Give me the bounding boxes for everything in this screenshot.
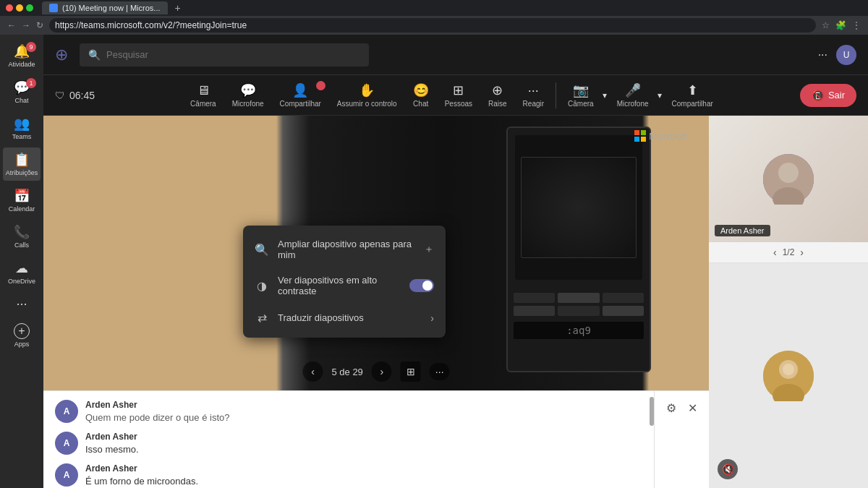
- people-icon: 👤: [292, 82, 308, 98]
- apps-ctrl-icon: ⊕: [492, 82, 503, 98]
- sidebar-item-activity[interactable]: 🔔 9 Atividade: [3, 39, 41, 72]
- more-ctrl-label: Reagir: [523, 100, 544, 108]
- page-prev-button[interactable]: ‹: [773, 247, 777, 258]
- chat-text-1: Quem me pode dizer o que é isto?: [85, 411, 638, 424]
- participant-avatar-1: [763, 154, 814, 205]
- people-button[interactable]: 👤 Compartilhar: [273, 80, 328, 111]
- react-icon: 😊: [413, 82, 429, 98]
- share-button[interactable]: ⬆ Compartilhar: [665, 80, 720, 111]
- ms-yellow: [641, 137, 646, 142]
- extensions-icon[interactable]: 🧩: [835, 20, 846, 30]
- new-tab-button[interactable]: +: [175, 2, 181, 14]
- page-next-button[interactable]: ›: [800, 247, 804, 258]
- camera-button[interactable]: 📷 Câmera: [561, 80, 601, 111]
- react-label: Chat: [413, 100, 428, 108]
- nav-more-button[interactable]: ···: [430, 363, 450, 380]
- participant-video-1: [709, 116, 868, 242]
- context-item-contrast[interactable]: ◑ Ver diapositivos em alto contraste: [243, 267, 446, 304]
- zoom-icon: 🔍: [255, 243, 269, 257]
- raise-button[interactable]: ✋ Assumir o controlo: [330, 80, 404, 111]
- tab-title: (10) Meeting now | Micros...: [62, 4, 161, 12]
- maximize-dot[interactable]: [26, 4, 33, 12]
- refresh-icon[interactable]: ↻: [36, 20, 43, 30]
- tab-favicon: [49, 4, 58, 12]
- more-button[interactable]: ··· Reagir: [516, 80, 551, 111]
- nav-grid-button[interactable]: ⊞: [401, 361, 421, 382]
- contrast-toggle[interactable]: [409, 279, 434, 292]
- top-bar: ⊕ 🔍 ··· U: [43, 35, 868, 75]
- raise-label: Assumir o controlo: [337, 100, 397, 108]
- more-icon: ···: [16, 296, 27, 312]
- chat-avatar-3: A: [55, 463, 78, 487]
- main-content: ⊕ 🔍 ··· U 🛡 06:45 🖥 Câmera 💬: [43, 35, 868, 488]
- microwave-buttons: [508, 287, 650, 322]
- participant-avatar-2: [763, 351, 814, 401]
- participant-pagination: ‹ 1/2 ›: [709, 242, 868, 263]
- mic-chevron-icon[interactable]: ▾: [656, 89, 663, 102]
- chat-content-1: Arden Asher Quem me pode dizer o que é i…: [85, 400, 638, 424]
- address-input[interactable]: [49, 18, 816, 33]
- chat-avatar-1: A: [55, 400, 78, 423]
- sidebar-item-more[interactable]: ···: [3, 292, 41, 316]
- sidebar-item-teams[interactable]: 👥 Teams: [3, 111, 41, 145]
- back-icon[interactable]: ←: [7, 20, 16, 30]
- teams-icon: 👥: [14, 116, 30, 132]
- topbar-more-button[interactable]: ···: [815, 46, 830, 64]
- chat-area: A Arden Asher Quem me pode dizer o que é…: [43, 391, 709, 488]
- teams-logo: ⊕: [55, 46, 68, 64]
- close-dot[interactable]: [6, 4, 13, 12]
- chat-message-2: A Arden Asher Isso mesmo.: [55, 432, 638, 456]
- assume-control-button[interactable]: 🖥 Câmera: [183, 80, 224, 111]
- more-icon[interactable]: ⋮: [852, 20, 861, 30]
- sidebar-item-apps[interactable]: + Apps: [3, 319, 41, 352]
- minimize-dot[interactable]: [16, 4, 23, 12]
- calls-icon: 📞: [14, 224, 30, 240]
- leave-button[interactable]: 📵 Sair: [800, 84, 856, 107]
- chat-avatar-2: A: [55, 432, 78, 455]
- sidebar-item-onedrive[interactable]: ☁ OneDrive: [3, 256, 41, 289]
- contrast-label: Ver diapositivos em alto contraste: [278, 275, 401, 296]
- camera-label: Câmera: [568, 100, 594, 108]
- apps-button[interactable]: ⊕ Raise: [481, 80, 514, 111]
- activity-label: Atividade: [8, 61, 35, 68]
- translate-icon: ⇄: [255, 311, 269, 325]
- ms-red: [634, 130, 639, 135]
- chat-content-2: Arden Asher Isso mesmo.: [85, 432, 638, 456]
- close-chat-button[interactable]: ✕: [685, 398, 700, 418]
- sidebar-item-assignments[interactable]: 📋 Atribuições: [3, 147, 41, 181]
- bookmark-icon[interactable]: ☆: [822, 20, 830, 30]
- sidebar: 🔔 9 Atividade 💬 1 Chat 👥 Teams 📋 Atribui…: [0, 35, 43, 488]
- context-menu: 🔍 Ampliar diapositivo apenas para mim ＋ …: [243, 226, 446, 338]
- forward-icon[interactable]: →: [22, 20, 30, 30]
- nav-prev-button[interactable]: ‹: [302, 361, 323, 382]
- sidebar-item-chat[interactable]: 💬 1 Chat: [3, 75, 41, 108]
- search-input[interactable]: [106, 49, 360, 60]
- sidebar-item-calendar[interactable]: 📅 Calendar: [3, 184, 41, 217]
- mic-button[interactable]: 🎤 Microfone: [610, 80, 656, 111]
- right-panel: Arden Asher ‹ 1/2 ›: [709, 116, 868, 488]
- user-avatar[interactable]: U: [836, 45, 856, 65]
- meeting-content: :aq9 Microsoft: [43, 116, 868, 488]
- translate-label: Traduzir diapositivos: [278, 312, 422, 323]
- view-button[interactable]: ⊞ Pessoas: [438, 80, 480, 111]
- teams-container: 🔔 9 Atividade 💬 1 Chat 👥 Teams 📋 Atribui…: [0, 35, 868, 488]
- mic-icon: 🎤: [625, 82, 641, 98]
- context-item-zoom[interactable]: 🔍 Ampliar diapositivo apenas para mim ＋: [243, 231, 446, 267]
- teams-label: Teams: [12, 133, 32, 140]
- chat-button[interactable]: 💬 Microfone: [225, 80, 271, 111]
- settings-button[interactable]: ⚙: [663, 398, 679, 418]
- react-button[interactable]: 😊 Chat: [406, 80, 436, 111]
- browser-tab[interactable]: (10) Meeting now | Micros...: [42, 1, 168, 14]
- mic-group: 🎤 Microfone ▾: [610, 80, 663, 111]
- mute-icon: 🔇: [718, 459, 738, 479]
- translate-chevron-icon: ›: [430, 312, 434, 324]
- nav-next-button[interactable]: ›: [372, 361, 392, 382]
- control-separator: [556, 82, 556, 108]
- camera-chevron-icon[interactable]: ▾: [601, 89, 608, 102]
- context-item-translate[interactable]: ⇄ Traduzir diapositivos ›: [243, 304, 446, 332]
- nav-count: 5 de 29: [331, 367, 362, 377]
- search-bar[interactable]: 🔍: [80, 43, 369, 67]
- ms-grid-icon: [634, 130, 646, 142]
- browser-address-bar: ← → ↻ ☆ 🧩 ⋮: [0, 16, 868, 35]
- sidebar-item-calls[interactable]: 📞 Calls: [3, 220, 41, 253]
